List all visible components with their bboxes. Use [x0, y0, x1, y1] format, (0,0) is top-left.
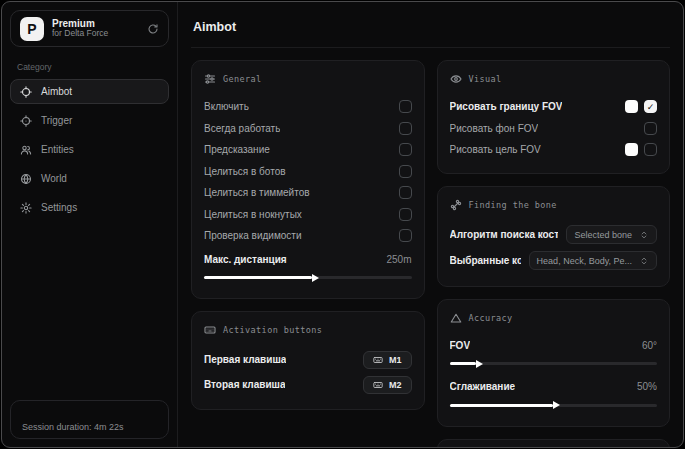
toggle-row-enable: Включить: [204, 96, 412, 118]
sliders-icon: [204, 73, 216, 85]
users-icon: [20, 144, 32, 156]
switch-delay-card: Switch Delay Задержка переключения Задер…: [437, 439, 671, 448]
toggle-label: Целиться в нокнутых: [204, 209, 302, 220]
sidebar-item-label: Trigger: [41, 115, 72, 126]
check-icon: ✓: [647, 102, 655, 112]
checkbox-visibility-check[interactable]: [399, 229, 412, 242]
finding-bone-card: Finding the bone Алгоритм поиска костей …: [437, 186, 671, 287]
crosshair-icon: [20, 86, 32, 98]
draw-fov-border-row: Рисовать границу FOV ✓: [450, 96, 658, 118]
toggle-label: Рисовать фон FOV: [450, 123, 539, 134]
sidebar-item-aimbot[interactable]: Aimbot: [10, 79, 169, 104]
second-key-row: Вторая клавиша M2: [204, 372, 412, 397]
slider-label: Макс. дистанция: [204, 254, 287, 265]
checkbox-target-knocked[interactable]: [399, 208, 412, 221]
first-key-button[interactable]: M1: [363, 351, 412, 369]
toggle-label: Предсказание: [204, 144, 270, 155]
smoothing-setting: Сглаживание 50%: [450, 376, 658, 410]
max-distance-setting: Макс. дистанция 250m: [204, 249, 412, 283]
keyboard-icon: [373, 355, 383, 365]
color-swatch[interactable]: [625, 100, 638, 113]
keybind-label: Первая клавиша: [204, 354, 286, 365]
dropdown-label: Выбранные кости: [450, 255, 521, 266]
selected-bones-dropdown[interactable]: Head, Neck, Body, Pe...: [529, 251, 657, 270]
brand-logo: P: [20, 17, 44, 41]
checkbox-target-teammates[interactable]: [399, 186, 412, 199]
toggle-label: Всегда работать: [204, 123, 280, 134]
toggle-label: Включить: [204, 101, 249, 112]
checkbox-draw-fov-border[interactable]: ✓: [644, 100, 657, 113]
sidebar-item-world[interactable]: World: [10, 166, 169, 191]
toggle-label: Рисовать границу FOV: [450, 101, 563, 112]
app-window: P Premium for Delta Force Category Aimbo…: [1, 1, 684, 448]
sidebar-item-settings[interactable]: Settings: [10, 195, 169, 220]
section-title: Accuracy: [469, 313, 513, 323]
toggle-label: Целиться в тиммейтов: [204, 187, 310, 198]
chevron-up-down-icon: [639, 256, 649, 266]
slider-label: Сглаживание: [450, 381, 516, 392]
keybind-value: M2: [389, 380, 402, 390]
section-title: General: [223, 74, 262, 84]
dropdown-value: Selected bone: [574, 230, 632, 240]
draw-fov-background-row: Рисовать фон FOV: [450, 118, 658, 140]
triangle-icon: [450, 312, 462, 324]
keyboard-icon: [373, 380, 383, 390]
toggle-row-visibility-check: Проверка видимости: [204, 225, 412, 247]
second-key-button[interactable]: M2: [363, 376, 412, 394]
refresh-icon[interactable]: [147, 23, 159, 35]
dropdown-value: Head, Neck, Body, Pe...: [537, 256, 632, 266]
accuracy-card: Accuracy FOV 60° Сг: [437, 299, 671, 427]
checkbox-draw-fov-background[interactable]: [644, 122, 657, 135]
sidebar-item-entities[interactable]: Entities: [10, 137, 169, 162]
session-duration: Session duration: 4m 22s: [10, 400, 169, 439]
bone-algorithm-row: Алгоритм поиска костей Selected bone: [450, 222, 658, 248]
general-card: General Включить Всегда работать Предска…: [191, 60, 425, 299]
color-swatch[interactable]: [625, 143, 638, 156]
visual-card: Visual Рисовать границу FOV ✓ Рисовать ф…: [437, 60, 671, 174]
toggle-row-prediction: Предсказание: [204, 139, 412, 161]
checkbox-target-bots[interactable]: [399, 165, 412, 178]
toggle-row-always-work: Всегда работать: [204, 118, 412, 140]
checkbox-enable[interactable]: [399, 100, 412, 113]
gear-icon: [20, 202, 32, 214]
slider-value: 250m: [386, 254, 411, 265]
sidebar-item-label: Settings: [41, 202, 77, 213]
section-title: Activation buttons: [223, 325, 322, 335]
keyboard-icon: [204, 324, 216, 336]
checkbox-draw-fov-target[interactable]: [644, 143, 657, 156]
globe-icon: [20, 173, 32, 185]
bone-algorithm-dropdown[interactable]: Selected bone: [566, 225, 657, 244]
selected-bones-row: Выбранные кости Head, Neck, Body, Pe...: [450, 248, 658, 274]
slider-label: FOV: [450, 340, 471, 351]
chevron-up-down-icon: [639, 230, 649, 240]
toggle-row-target-bots: Целиться в ботов: [204, 161, 412, 183]
toggle-label: Целиться в ботов: [204, 166, 286, 177]
fov-slider[interactable]: [450, 359, 658, 368]
section-title: Finding the bone: [469, 200, 557, 210]
eye-icon: [450, 73, 462, 85]
main-panel: Aimbot General Включить: [178, 2, 683, 447]
smoothing-slider[interactable]: [450, 401, 658, 410]
first-key-row: Первая клавиша M1: [204, 347, 412, 372]
toggle-row-target-knocked: Целиться в нокнутых: [204, 204, 412, 226]
toggle-label: Проверка видимости: [204, 230, 302, 241]
draw-fov-target-row: Рисовать цель FOV: [450, 139, 658, 161]
dropdown-label: Алгоритм поиска костей: [450, 229, 559, 240]
category-label: Category: [17, 62, 163, 72]
brand-card: P Premium for Delta Force: [10, 10, 169, 47]
max-distance-slider[interactable]: [204, 273, 412, 282]
slider-value: 50%: [637, 381, 657, 392]
sidebar-item-label: Aimbot: [41, 86, 72, 97]
toggle-label: Рисовать цель FOV: [450, 144, 541, 155]
sidebar: P Premium for Delta Force Category Aimbo…: [2, 2, 178, 447]
checkbox-prediction[interactable]: [399, 143, 412, 156]
section-title: Visual: [469, 74, 502, 84]
page-title: Aimbot: [191, 12, 670, 48]
trigger-crosshair-icon: [20, 115, 32, 127]
sidebar-item-label: World: [41, 173, 67, 184]
fov-setting: FOV 60°: [450, 335, 658, 369]
checkbox-always-work[interactable]: [399, 122, 412, 135]
sidebar-item-label: Entities: [41, 144, 74, 155]
activation-buttons-card: Activation buttons Первая клавиша M1 Вто…: [191, 311, 425, 410]
sidebar-item-trigger[interactable]: Trigger: [10, 108, 169, 133]
